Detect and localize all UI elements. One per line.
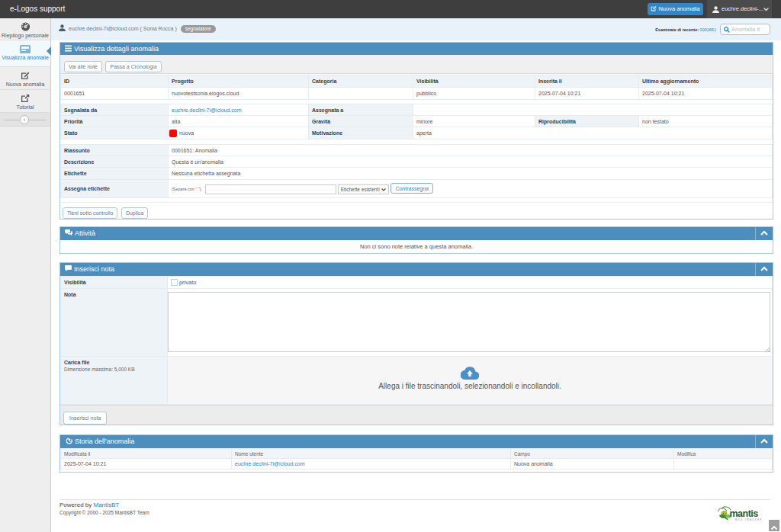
svg-text:BUG TRACKER: BUG TRACKER bbox=[735, 518, 761, 521]
